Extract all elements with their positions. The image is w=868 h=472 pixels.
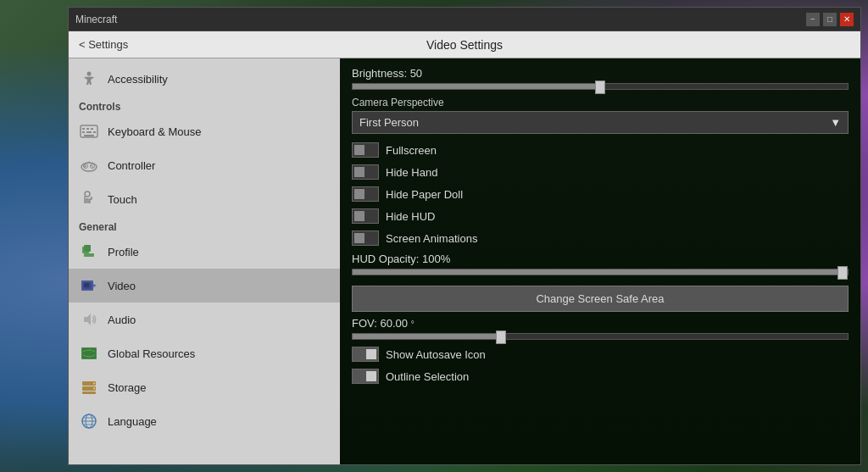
- brightness-setting: Brightness: 50: [352, 67, 849, 90]
- camera-perspective-value: First Person: [359, 116, 419, 129]
- accessibility-label: Accessibility: [108, 73, 168, 86]
- hide-hud-label: Hide HUD: [386, 210, 436, 223]
- svg-rect-23: [84, 283, 89, 287]
- audio-icon: [79, 309, 99, 330]
- fullscreen-toggle-row: Fullscreen: [352, 141, 849, 159]
- camera-perspective-dropdown[interactable]: First Person ▼: [352, 111, 849, 134]
- dropdown-chevron-icon: ▼: [830, 116, 841, 129]
- language-label: Language: [108, 415, 157, 428]
- window-controls: − □ ✕: [806, 13, 854, 26]
- controller-icon: [79, 155, 99, 175]
- sidebar-item-audio[interactable]: Audio: [69, 303, 340, 336]
- maximize-button[interactable]: □: [823, 13, 837, 26]
- svg-point-15: [92, 166, 94, 168]
- hide-hand-knob: [354, 167, 364, 177]
- window-title: Minecraft: [75, 14, 806, 25]
- hud-opacity-slider[interactable]: [352, 269, 849, 275]
- storage-label: Storage: [108, 381, 147, 394]
- fov-degree-icon: °: [411, 319, 415, 329]
- main-settings-panel: Brightness: 50 Camera Perspective First …: [340, 58, 860, 464]
- outline-selection-label: Outline Selection: [386, 370, 469, 383]
- hide-hud-toggle-row: Hide HUD: [352, 207, 849, 225]
- svg-rect-8: [84, 135, 94, 136]
- accessibility-icon: [79, 69, 99, 89]
- svg-point-30: [93, 383, 95, 385]
- video-label: Video: [108, 280, 136, 292]
- touch-label: Touch: [108, 193, 137, 206]
- profile-label: Profile: [108, 246, 139, 258]
- hud-opacity-setting: HUD Opacity: 100%: [352, 253, 849, 275]
- profile-icon: [79, 242, 99, 262]
- svg-rect-3: [86, 128, 89, 130]
- change-screen-safe-area-button[interactable]: Change Screen Safe Area: [352, 286, 849, 312]
- hide-paper-doll-toggle[interactable]: [352, 186, 379, 202]
- title-bar: Minecraft − □ ✕: [69, 8, 860, 31]
- outline-selection-toggle[interactable]: [352, 369, 379, 384]
- fullscreen-toggle[interactable]: [352, 142, 379, 158]
- video-icon: [79, 275, 99, 296]
- sidebar: Accessibility Controls: [69, 58, 340, 464]
- camera-perspective-setting: Camera Perspective First Person ▼: [352, 97, 849, 134]
- sidebar-item-accessibility[interactable]: Accessibility: [69, 62, 340, 96]
- screen-animations-toggle-row: Screen Animations: [352, 229, 849, 247]
- brightness-slider[interactable]: [352, 83, 849, 90]
- outline-selection-toggle-row: Outline Selection: [352, 367, 849, 386]
- storage-icon: [79, 377, 99, 397]
- hide-hud-knob: [354, 211, 364, 221]
- content-area: Accessibility Controls: [69, 58, 860, 464]
- global-resources-label: Global Resources: [108, 347, 195, 360]
- change-screen-safe-area-label: Change Screen Safe Area: [536, 292, 664, 305]
- fov-slider[interactable]: [352, 333, 849, 340]
- hide-hand-toggle-row: Hide Hand: [352, 163, 849, 181]
- show-autosave-label: Show Autosave Icon: [386, 348, 486, 361]
- svg-rect-2: [82, 128, 85, 130]
- keyboard-icon: [79, 121, 99, 142]
- hide-paper-doll-label: Hide Paper Doll: [386, 188, 463, 201]
- page-title: Video Settings: [426, 38, 503, 52]
- camera-perspective-label: Camera Perspective: [352, 97, 849, 108]
- outline-selection-knob: [366, 371, 376, 381]
- sidebar-item-controller[interactable]: Controller: [69, 148, 340, 182]
- sidebar-item-video[interactable]: Video: [69, 269, 340, 303]
- controller-label: Controller: [108, 159, 155, 172]
- language-icon: [79, 411, 99, 431]
- fullscreen-label: Fullscreen: [386, 144, 437, 157]
- back-label: < Settings: [79, 38, 128, 51]
- close-button[interactable]: ✕: [840, 13, 854, 26]
- screen-animations-toggle[interactable]: [352, 230, 379, 246]
- svg-rect-7: [93, 131, 96, 133]
- settings-content: Brightness: 50 Camera Perspective First …: [352, 67, 849, 386]
- screen-animations-label: Screen Animations: [386, 232, 477, 245]
- hide-paper-doll-toggle-row: Hide Paper Doll: [352, 185, 849, 203]
- svg-point-16: [85, 192, 90, 197]
- screen-animations-knob: [354, 233, 364, 243]
- show-autosave-toggle[interactable]: [352, 347, 379, 362]
- sidebar-item-touch[interactable]: Touch: [69, 182, 340, 216]
- svg-point-14: [91, 165, 92, 167]
- svg-rect-19: [84, 253, 94, 257]
- audio-label: Audio: [108, 314, 136, 326]
- svg-point-31: [93, 388, 95, 390]
- show-autosave-toggle-row: Show Autosave Icon: [352, 345, 849, 364]
- minimize-button[interactable]: −: [806, 13, 820, 26]
- fov-label: FOV: 60.00 °: [352, 317, 849, 330]
- brightness-label: Brightness: 50: [352, 67, 849, 80]
- sidebar-item-language[interactable]: Language: [69, 404, 340, 438]
- general-section-header: General: [69, 216, 340, 235]
- hide-paper-doll-knob: [354, 189, 364, 199]
- fov-label-text: FOV: 60.00: [352, 317, 408, 330]
- hide-hud-toggle[interactable]: [352, 208, 379, 224]
- back-button[interactable]: < Settings: [79, 38, 128, 51]
- hud-opacity-label: HUD Opacity: 100%: [352, 253, 849, 265]
- sidebar-item-storage[interactable]: Storage: [69, 370, 340, 404]
- svg-rect-18: [84, 245, 91, 252]
- global-resources-icon: [79, 343, 99, 364]
- hide-hand-toggle[interactable]: [352, 164, 379, 180]
- keyboard-mouse-label: Keyboard & Mouse: [108, 125, 202, 138]
- sidebar-item-global-resources[interactable]: Global Resources: [69, 336, 340, 370]
- fullscreen-knob: [354, 145, 364, 155]
- sidebar-item-profile[interactable]: Profile: [69, 235, 340, 269]
- svg-rect-4: [91, 128, 93, 130]
- svg-rect-5: [82, 131, 85, 133]
- sidebar-item-keyboard-mouse[interactable]: Keyboard & Mouse: [69, 114, 340, 148]
